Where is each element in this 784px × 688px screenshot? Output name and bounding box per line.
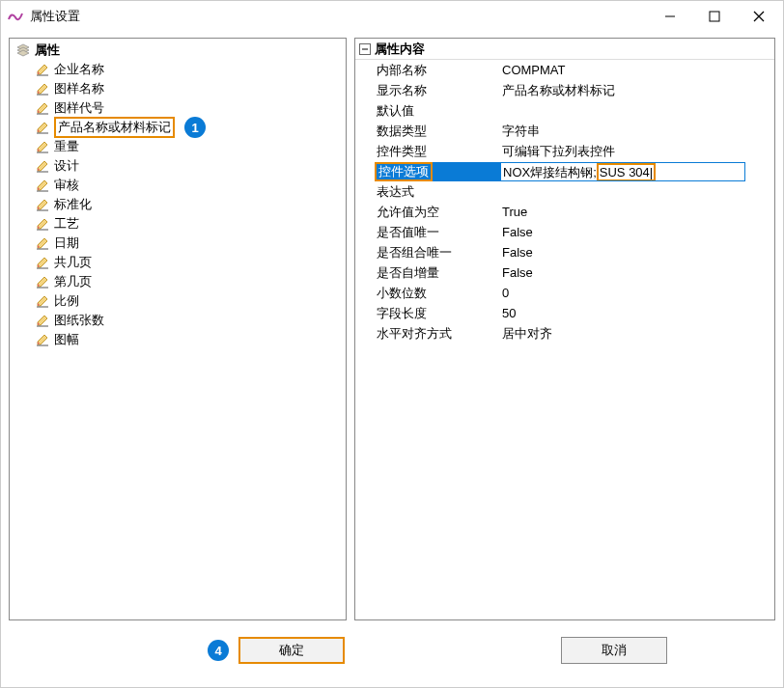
property-label: 允许值为空 <box>375 204 500 221</box>
tree-item-label: 标准化 <box>54 196 92 213</box>
tree-item-label: 设计 <box>54 157 79 175</box>
property-row[interactable]: 字段长度50 <box>355 303 774 323</box>
tree-item-label: 日期 <box>54 234 79 252</box>
tree-item-label: 比例 <box>54 292 79 310</box>
pencil-icon <box>35 332 50 347</box>
property-value: 50 <box>500 306 774 320</box>
property-header: 属性内容 <box>355 39 774 60</box>
property-label: 显示名称 <box>375 82 500 99</box>
pencil-icon <box>35 197 50 212</box>
tree-item-label: 第几页 <box>54 273 92 290</box>
maximize-button[interactable] <box>692 2 737 31</box>
property-row[interactable]: 内部名称COMPMAT <box>355 60 774 80</box>
property-label: 是否值唯一 <box>375 224 500 241</box>
property-label: 控件类型 <box>375 143 500 160</box>
collapse-icon[interactable] <box>359 43 371 55</box>
property-row[interactable]: 显示名称产品名称或材料标记 <box>355 80 774 100</box>
property-row[interactable]: 是否值唯一False <box>355 222 774 242</box>
property-label: 是否自增量 <box>375 264 500 282</box>
pencil-icon <box>35 120 50 135</box>
tree-item[interactable]: 第几页 <box>12 272 344 291</box>
tree-item[interactable]: 比例 <box>12 291 344 311</box>
property-value: COMPMAT <box>500 63 774 77</box>
property-row[interactable]: 数据类型字符串 <box>355 121 774 141</box>
pencil-icon <box>35 216 50 232</box>
property-value: 居中对齐 <box>500 325 774 343</box>
tree-item-label: 产品名称或材料标记 <box>58 120 171 134</box>
button-bar: 4 确定 取消 <box>1 624 783 677</box>
pencil-icon <box>35 62 50 77</box>
property-row[interactable]: 表达式 <box>355 181 774 202</box>
pencil-icon <box>35 255 50 270</box>
tree-root-label: 属性 <box>35 41 60 59</box>
pencil-icon <box>35 139 50 154</box>
property-value: 字符串 <box>500 123 774 140</box>
main-content: 属性 企业名称图样名称图样代号产品名称或材料标记1重量设计审核标准化工艺日期共几… <box>1 32 783 624</box>
tree-item[interactable]: 图样名称 <box>12 79 344 98</box>
property-row[interactable]: 允许值为空True <box>355 202 774 222</box>
property-label: 控件选项 <box>375 162 500 181</box>
window-title: 属性设置 <box>30 8 80 25</box>
property-label: 数据类型 <box>375 123 500 140</box>
property-label: 是否组合唯一 <box>375 244 500 261</box>
property-label: 字段长度 <box>375 305 500 322</box>
tree-item[interactable]: 重量 <box>12 137 344 156</box>
tree-item[interactable]: 图样代号 <box>12 98 344 118</box>
ok-button-label: 确定 <box>279 642 304 659</box>
tree-item[interactable]: 产品名称或材料标记1 <box>12 118 344 137</box>
tree-item[interactable]: 图纸张数 <box>12 311 344 330</box>
ok-button[interactable]: 确定 <box>238 637 345 664</box>
cancel-button[interactable]: 取消 <box>561 637 667 664</box>
tree-item-label: 图纸张数 <box>54 312 104 329</box>
property-row[interactable]: 是否组合唯一False <box>355 242 774 262</box>
tree-item-label: 工艺 <box>54 215 79 233</box>
property-value[interactable]: NOX焊接结构钢;SUS 304| <box>500 162 745 181</box>
property-value: False <box>500 245 774 260</box>
tree-item-label: 企业名称 <box>54 61 104 78</box>
tree-item[interactable]: 审核 <box>12 176 344 195</box>
titlebar: 属性设置 <box>1 1 783 32</box>
property-value: False <box>500 265 774 280</box>
property-value: False <box>500 225 774 239</box>
property-panel: 属性内容 内部名称COMPMAT显示名称产品名称或材料标记默认值数据类型字符串控… <box>354 38 775 620</box>
property-value: 0 <box>500 286 774 300</box>
pencil-icon <box>35 178 50 193</box>
pencil-icon <box>35 313 50 328</box>
property-value: 可编辑下拉列表控件 <box>500 143 774 160</box>
tree-item[interactable]: 共几页 <box>12 253 344 272</box>
stack-icon <box>15 42 31 58</box>
property-row[interactable]: 默认值 <box>355 100 774 121</box>
property-label: 小数位数 <box>375 285 500 302</box>
tree-root-node[interactable]: 属性 <box>12 41 344 60</box>
minimize-button[interactable] <box>648 2 692 31</box>
pencil-icon <box>35 81 50 96</box>
pencil-icon <box>35 158 50 174</box>
pencil-icon <box>35 100 50 116</box>
property-row[interactable]: 小数位数0 <box>355 283 774 303</box>
callout-1: 1 <box>184 117 206 138</box>
tree-panel: 属性 企业名称图样名称图样代号产品名称或材料标记1重量设计审核标准化工艺日期共几… <box>9 38 347 620</box>
callout-4: 4 <box>208 640 229 661</box>
tree-item-label: 审核 <box>54 177 79 194</box>
property-header-label: 属性内容 <box>375 41 425 58</box>
tree-item[interactable]: 日期 <box>12 234 344 253</box>
tree-item[interactable]: 设计 <box>12 156 344 176</box>
app-icon <box>7 8 24 25</box>
property-row[interactable]: 2控件选项NOX焊接结构钢;SUS 304|3 <box>355 161 774 181</box>
tree-item[interactable]: 工艺 <box>12 214 344 234</box>
property-row[interactable]: 控件类型可编辑下拉列表控件 <box>355 141 774 161</box>
tree-item[interactable]: 企业名称 <box>12 60 344 79</box>
property-label: 表达式 <box>375 183 500 201</box>
svg-rect-2 <box>710 12 719 21</box>
property-value: True <box>500 205 774 219</box>
pencil-icon <box>35 293 50 309</box>
close-button[interactable] <box>737 2 781 31</box>
tree-item[interactable]: 图幅 <box>12 330 344 349</box>
property-label: 内部名称 <box>375 62 500 79</box>
tree-item[interactable]: 标准化 <box>12 195 344 214</box>
property-label: 默认值 <box>375 102 500 120</box>
property-row[interactable]: 水平对齐方式居中对齐 <box>355 323 774 344</box>
property-row[interactable]: 是否自增量False <box>355 262 774 283</box>
tree-item-label: 重量 <box>54 138 79 155</box>
pencil-icon <box>35 274 50 289</box>
